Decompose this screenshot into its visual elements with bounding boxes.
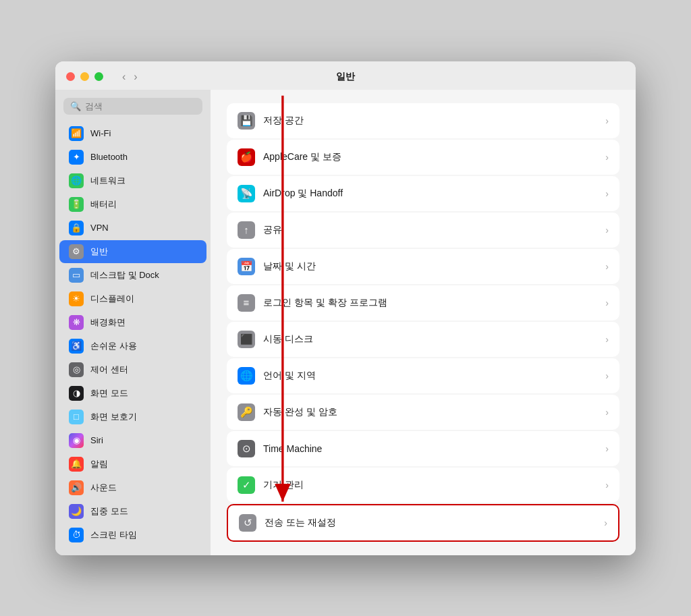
chevron-icon-autocomplete: ›: [605, 407, 609, 418]
row-label-applecare: AppleCare 및 보증: [263, 151, 341, 163]
nav-arrows: ‹ ›: [119, 71, 140, 83]
sidebar-item-screenmode[interactable]: ◑화면 모드: [59, 382, 206, 405]
sidebar-label-screensaver: 화면 보호기: [90, 411, 137, 423]
settings-row-autocomplete[interactable]: 🔑자동 완성 및 암호›: [227, 395, 619, 430]
sidebar-item-wallpaper[interactable]: ❋배경화면: [59, 311, 206, 334]
row-left-autocomplete: 🔑자동 완성 및 암호: [238, 403, 337, 421]
close-button[interactable]: [66, 72, 75, 81]
window-title: 일반: [336, 71, 355, 83]
sidebar-item-screensaver[interactable]: □화면 보호기: [59, 405, 206, 428]
row-left-devicemgmt: ✓기기 관리: [238, 476, 304, 494]
row-label-storage: 저장 공간: [263, 115, 304, 127]
bluetooth-icon: ✦: [69, 150, 84, 165]
sidebar-label-screentime: 스크린 타임: [90, 529, 137, 541]
search-input[interactable]: [85, 101, 196, 111]
sidebar-label-display: 디스플레이: [90, 293, 134, 305]
row-left-datetime: 📅날짜 및 시간: [238, 258, 316, 275]
chevron-icon-timemachine: ›: [605, 443, 609, 454]
sidebar-item-network[interactable]: 🌐네트워크: [59, 169, 206, 192]
settings-row-timemachine[interactable]: ⊙Time Machine›: [227, 431, 619, 466]
back-button[interactable]: ‹: [119, 71, 128, 83]
sidebar-item-battery[interactable]: 🔋배터리: [59, 193, 206, 216]
network-icon: 🌐: [69, 173, 84, 188]
wallpaper-icon: ❋: [69, 315, 84, 330]
main-content: 💾저장 공간›🍎AppleCare 및 보증›📡AirDrop 및 Handof…: [211, 90, 636, 555]
sidebar-label-sound: 사운드: [90, 482, 117, 494]
settings-row-language[interactable]: 🌐언어 및 지역›: [227, 358, 619, 393]
window: ‹ › 일반 🔍 📶Wi-Fi✦Bluetooth🌐네트워크🔋배터리🔒VPN⚙일…: [55, 61, 636, 555]
sidebar-item-vpn[interactable]: 🔒VPN: [59, 217, 206, 240]
sidebar-item-siri[interactable]: ◉Siri: [59, 429, 206, 452]
sidebar-item-display[interactable]: ☀디스플레이: [59, 287, 206, 310]
row-label-share: 공유: [263, 224, 282, 236]
siri-icon: ◉: [69, 433, 84, 448]
row-label-startup: 시동 디스크: [263, 333, 313, 345]
sidebar-item-wifi[interactable]: 📶Wi-Fi: [59, 122, 206, 145]
row-icon-autocomplete: 🔑: [238, 403, 255, 421]
settings-row-applecare[interactable]: 🍎AppleCare 및 보증›: [227, 140, 619, 175]
sidebar-label-network: 네트워크: [90, 175, 126, 187]
chevron-icon-login: ›: [605, 298, 609, 308]
row-icon-datetime: 📅: [238, 258, 255, 275]
vpn-icon: 🔒: [69, 221, 84, 235]
chevron-icon-startup: ›: [605, 334, 609, 345]
sidebar-label-general: 일반: [90, 246, 108, 258]
row-left-share: ↑공유: [238, 221, 282, 239]
chevron-icon-applecare: ›: [605, 152, 609, 163]
settings-row-devicemgmt[interactable]: ✓기기 관리›: [227, 468, 619, 503]
row-icon-transfer: ↺: [239, 514, 256, 532]
sidebar-item-controlcenter[interactable]: ◎제어 센터: [59, 358, 206, 381]
settings-row-login[interactable]: ≡로그인 항목 및 확장 프로그램›: [227, 285, 619, 320]
screenmode-icon: ◑: [69, 386, 84, 401]
settings-row-share[interactable]: ↑공유›: [227, 213, 619, 248]
sidebar-item-accessibility[interactable]: ♿손쉬운 사용: [59, 335, 206, 358]
sidebar-item-focus[interactable]: 🌙집중 모드: [59, 500, 206, 523]
sidebar-item-notifications[interactable]: 🔔알림: [59, 453, 206, 476]
chevron-icon-devicemgmt: ›: [605, 480, 609, 491]
sidebar-item-screentime[interactable]: ⏱스크린 타임: [59, 524, 206, 547]
chevron-icon-datetime: ›: [605, 261, 609, 272]
sidebar-label-desktop: 데스크탑 및 Dock: [90, 269, 159, 281]
sidebar-label-screenmode: 화면 모드: [90, 387, 128, 399]
row-icon-airdrop: 📡: [238, 185, 255, 202]
maximize-button[interactable]: [94, 72, 103, 81]
row-left-startup: ⬛시동 디스크: [238, 331, 313, 348]
minimize-button[interactable]: [80, 72, 89, 81]
sidebar: 🔍 📶Wi-Fi✦Bluetooth🌐네트워크🔋배터리🔒VPN⚙일반▭데스크탑 …: [55, 90, 211, 555]
notifications-icon: 🔔: [69, 457, 84, 472]
sidebar-item-sound[interactable]: 🔊사운드: [59, 476, 206, 499]
sidebar-label-siri: Siri: [90, 435, 103, 445]
sidebar-item-desktop[interactable]: ▭데스크탑 및 Dock: [59, 264, 206, 287]
row-icon-share: ↑: [238, 221, 255, 239]
row-left-storage: 💾저장 공간: [238, 112, 304, 130]
row-icon-language: 🌐: [238, 367, 255, 385]
display-icon: ☀: [69, 291, 84, 306]
sidebar-label-notifications: 알림: [90, 458, 108, 470]
sound-icon: 🔊: [69, 480, 84, 495]
row-left-airdrop: 📡AirDrop 및 Handoff: [238, 185, 343, 202]
row-label-timemachine: Time Machine: [263, 443, 322, 454]
chevron-icon-share: ›: [605, 225, 609, 235]
forward-button[interactable]: ›: [131, 71, 140, 83]
settings-row-storage[interactable]: 💾저장 공간›: [227, 103, 619, 138]
settings-row-startup[interactable]: ⬛시동 디스크›: [227, 322, 619, 357]
row-icon-login: ≡: [238, 294, 255, 312]
sidebar-label-battery: 배터리: [90, 198, 117, 211]
sidebar-item-bluetooth[interactable]: ✦Bluetooth: [59, 146, 206, 169]
row-icon-applecare: 🍎: [238, 148, 255, 166]
chevron-icon-transfer: ›: [604, 517, 607, 528]
settings-row-transfer[interactable]: ↺전송 또는 재설정›: [227, 504, 619, 542]
settings-row-datetime[interactable]: 📅날짜 및 시간›: [227, 249, 619, 284]
settings-row-airdrop[interactable]: 📡AirDrop 및 Handoff›: [227, 176, 619, 211]
sidebar-label-wifi: Wi-Fi: [90, 128, 111, 138]
desktop-icon: ▭: [69, 268, 84, 283]
chevron-icon-storage: ›: [605, 115, 609, 126]
titlebar: ‹ › 일반: [55, 61, 636, 90]
traffic-lights: [66, 72, 103, 81]
sidebar-label-focus: 집중 모드: [90, 505, 128, 517]
row-left-applecare: 🍎AppleCare 및 보증: [238, 148, 341, 166]
sidebar-label-controlcenter: 제어 센터: [90, 364, 128, 376]
sidebar-item-general[interactable]: ⚙일반: [59, 240, 206, 263]
search-box[interactable]: 🔍: [63, 98, 202, 115]
sidebar-items: 📶Wi-Fi✦Bluetooth🌐네트워크🔋배터리🔒VPN⚙일반▭데스크탑 및 …: [55, 121, 211, 547]
